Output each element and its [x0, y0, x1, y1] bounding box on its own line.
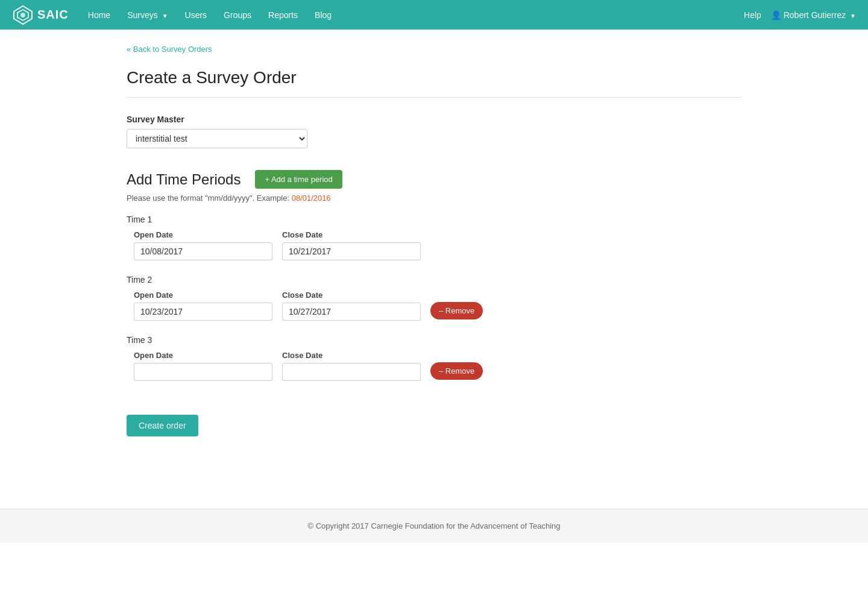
footer: © Copyright 2017 Carnegie Foundation for… — [0, 509, 868, 543]
survey-master-section: Survey Master interstitial test — [127, 115, 741, 148]
user-dropdown-icon: ▼ — [850, 13, 856, 19]
time-1-close-input[interactable] — [282, 242, 421, 260]
time-1-open-input[interactable] — [134, 242, 272, 260]
back-link[interactable]: « Back to Survey Orders — [127, 45, 212, 54]
time-2-close-group: Close Date — [282, 291, 421, 321]
time-1-open-label: Open Date — [134, 230, 272, 239]
nav-surveys[interactable]: Surveys ▼ — [120, 7, 175, 24]
navbar: SAIC Home Surveys ▼ Users Groups Reports… — [0, 0, 868, 30]
time-2-remove-button[interactable]: – Remove — [430, 302, 483, 319]
page-title: Create a Survey Order — [127, 68, 741, 98]
format-hint: Please use the format "mm/dd/yyyy". Exam… — [127, 193, 741, 203]
time-3-close-group: Close Date — [282, 351, 421, 381]
nav-home[interactable]: Home — [81, 7, 118, 24]
time-period-3: Time 3 Open Date Close Date – Remove — [127, 335, 741, 381]
time-2-close-input[interactable] — [282, 303, 421, 321]
time-period-1: Time 1 Open Date Close Date — [127, 215, 741, 260]
time-3-open-group: Open Date — [134, 351, 272, 381]
surveys-dropdown-icon: ▼ — [162, 13, 168, 19]
time-2-fields: Open Date Close Date – Remove — [134, 291, 741, 321]
time-2-open-group: Open Date — [134, 291, 272, 321]
time-3-label: Time 3 — [127, 335, 741, 345]
time-3-close-input[interactable] — [282, 363, 421, 381]
main-content: « Back to Survey Orders Create a Survey … — [102, 30, 766, 473]
time-1-label: Time 1 — [127, 215, 741, 224]
time-period-2: Time 2 Open Date Close Date – Remove — [127, 275, 741, 321]
time-3-remove-button[interactable]: – Remove — [430, 362, 483, 380]
svg-point-2 — [20, 13, 25, 17]
time-2-label: Time 2 — [127, 275, 741, 285]
footer-text: © Copyright 2017 Carnegie Foundation for… — [307, 521, 560, 530]
time-periods-title: Add Time Periods — [127, 171, 241, 188]
time-3-fields: Open Date Close Date – Remove — [134, 351, 741, 381]
nav-users[interactable]: Users — [178, 7, 215, 24]
time-1-close-label: Close Date — [282, 230, 421, 239]
create-order-button[interactable]: Create order — [127, 415, 198, 436]
nav-links: Home Surveys ▼ Users Groups Reports Blog — [81, 7, 744, 24]
nav-reports[interactable]: Reports — [261, 7, 305, 24]
time-2-close-label: Close Date — [282, 291, 421, 300]
logo-text: SAIC — [37, 8, 69, 22]
survey-master-select[interactable]: interstitial test — [127, 129, 307, 148]
logo[interactable]: SAIC — [12, 4, 69, 26]
time-1-close-group: Close Date — [282, 230, 421, 260]
survey-master-label: Survey Master — [127, 115, 741, 124]
time-3-close-label: Close Date — [282, 351, 421, 360]
nav-right: Help 👤 Robert Gutierrez ▼ — [744, 10, 856, 20]
time-3-open-label: Open Date — [134, 351, 272, 360]
time-3-open-input[interactable] — [134, 363, 272, 381]
time-1-open-group: Open Date — [134, 230, 272, 260]
add-time-period-button[interactable]: + Add a time period — [255, 170, 342, 189]
time-periods-header: Add Time Periods + Add a time period — [127, 170, 741, 189]
time-1-fields: Open Date Close Date — [134, 230, 741, 260]
nav-blog[interactable]: Blog — [307, 7, 339, 24]
time-2-open-label: Open Date — [134, 291, 272, 300]
format-example: 08/01/2016 — [292, 193, 331, 203]
nav-help[interactable]: Help — [744, 10, 761, 20]
user-icon: 👤 — [771, 10, 784, 20]
nav-user[interactable]: 👤 Robert Gutierrez ▼ — [771, 10, 856, 20]
nav-groups[interactable]: Groups — [216, 7, 259, 24]
time-2-open-input[interactable] — [134, 303, 272, 321]
